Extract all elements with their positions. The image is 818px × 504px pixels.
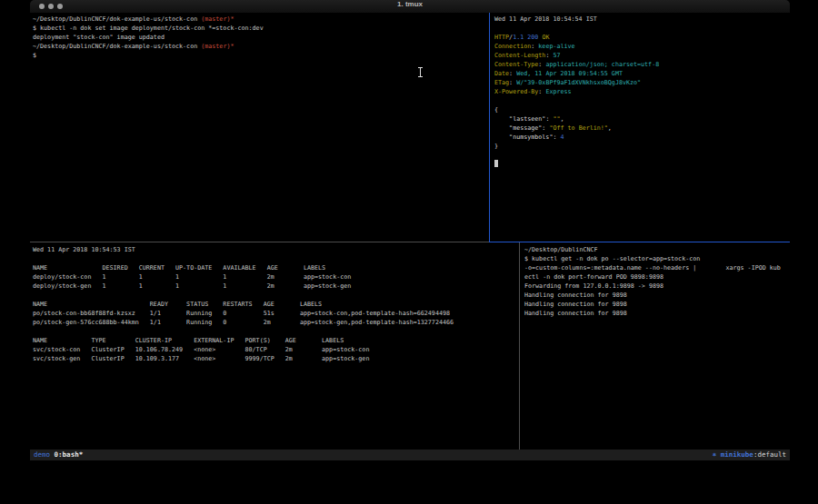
window-list-item[interactable]: 0:bash* [55, 450, 84, 459]
terminal-line: deploy/stock-con 1 1 1 1 2m app=stock-co… [33, 272, 516, 282]
terminal-line: ~/Desktop/DublinCNCF/dok-example-us/stoc… [33, 15, 487, 24]
pane-border-vertical-bottom [519, 242, 520, 450]
terminal-line: $ kubectl get -n dok po --selector=app=s… [524, 254, 790, 263]
pane-border-horizontal-right [489, 242, 790, 242]
terminal-line [494, 24, 787, 33]
terminal-line: ~/Desktop/DublinCNCF [524, 245, 790, 254]
terminal-line [33, 327, 516, 336]
status-left: demo 0:bash* [34, 450, 83, 460]
terminal-line: deployment "stock-con" image updated [33, 33, 487, 42]
mouse-cursor-ibeam [417, 67, 424, 77]
terminal-line: Wed 11 Apr 2018 10:54:53 IST [33, 245, 516, 254]
terminal-line: $ kubectl -n dok set image deployment/st… [33, 24, 487, 33]
terminal-line: Handling connection for 9898 [524, 291, 790, 300]
terminal-line: deploy/stock-gen 1 1 1 1 2m app=stock-ge… [33, 282, 516, 291]
terminal-line: NAME TYPE CLUSTER-IP EXTERNAL-IP PORT(S)… [33, 336, 516, 345]
terminal-line: NAME READY STATUS RESTARTS AGE LABELS [33, 300, 516, 309]
terminal-line [494, 151, 787, 160]
terminal-line: } [494, 142, 787, 151]
terminal-line: NAME DESIRED CURRENT UP-TO-DATE AVAILABL… [33, 263, 516, 272]
pane-border-horizontal-left [30, 242, 489, 242]
pane-top-right-http-response[interactable]: Wed 11 Apr 2018 10:54:54 IST HTTP/1.1 20… [494, 15, 787, 169]
pane-bottom-right-port-forward[interactable]: ~/Desktop/DublinCNCF$ kubectl get -n dok… [524, 245, 790, 318]
terminal-line: svc/stock-con ClusterIP 10.106.78.249 <n… [33, 345, 516, 354]
session-name: demo [34, 450, 55, 459]
pane-border-vertical-top [489, 13, 490, 242]
terminal-line [33, 254, 516, 263]
minimize-button[interactable] [48, 4, 54, 9]
kube-context: minikube [716, 450, 753, 459]
terminal-line: Forwarding from 127.0.0.1:9898 -> 9898 [524, 282, 790, 291]
terminal-line: Date: Wed, 11 Apr 2018 09:54:55 GMT [494, 69, 787, 78]
terminal-line: po/stock-con-bb68f88fd-kzsxz 1/1 Running… [33, 309, 516, 318]
terminal-line: X-Powered-By: Express [494, 87, 787, 96]
pane-top-left-shell[interactable]: ~/Desktop/DublinCNCF/dok-example-us/stoc… [33, 15, 487, 60]
close-button[interactable] [39, 4, 45, 9]
terminal-line [33, 291, 516, 300]
terminal-line: Handling connection for 9898 [524, 300, 790, 309]
pane-bottom-left-kubectl-watch[interactable]: Wed 11 Apr 2018 10:54:53 IST NAME DESIRE… [33, 245, 516, 363]
terminal-line: HTTP/1.1 200 OK [494, 33, 787, 42]
terminal-window: 1. tmux ~/Desktop/DublinCNCF/dok-example… [30, 0, 790, 460]
terminal-line: Content-Length: 57 [494, 51, 787, 60]
tmux-status-bar: demo 0:bash* ⎈ minikube:default [30, 450, 790, 460]
block-cursor [494, 160, 498, 167]
terminal-line: "lastseen": "", [494, 114, 787, 124]
terminal-line: ectl -n dok port-forward POD 9898:9898 [524, 272, 790, 282]
traffic-lights [39, 4, 63, 9]
terminal-line: { [494, 105, 787, 114]
terminal-line: Connection: keep-alive [494, 42, 787, 51]
window-titlebar[interactable]: 1. tmux [30, 0, 790, 13]
terminal-line: ~/Desktop/DublinCNCF/dok-example-us/stoc… [33, 42, 487, 51]
desktop-background: { "window": { "title": "1. tmux" }, "pal… [0, 0, 818, 504]
terminal-line: Content-Type: application/json; charset=… [494, 60, 787, 69]
terminal-line: "message": "Off to Berlin!", [494, 124, 787, 133]
zoom-button[interactable] [57, 4, 63, 9]
terminal-line: Handling connection for 9898 [524, 309, 790, 318]
terminal-line [494, 160, 787, 169]
terminal-line: "numsymbols": 4 [494, 133, 787, 142]
kube-namespace: :default [753, 450, 786, 459]
terminal-line: po/stock-gen-576cc688bb-44kmn 1/1 Runnin… [33, 318, 516, 327]
status-right: ⎈ minikube:default [713, 450, 786, 460]
terminal-line: Wed 11 Apr 2018 10:54:54 IST [494, 15, 787, 24]
terminal-line [494, 96, 787, 105]
terminal-line: $ [33, 51, 487, 60]
window-title: 1. tmux [30, 0, 790, 8]
terminal-line: -o=custom-columns=:metadata.name --no-he… [524, 263, 790, 272]
terminal-line: svc/stock-gen ClusterIP 10.109.3.177 <no… [33, 354, 516, 363]
terminal-line: ETag: W/"39-0xBPf9aF1dXVNkhsxoBQgJ8vKzo" [494, 78, 787, 87]
